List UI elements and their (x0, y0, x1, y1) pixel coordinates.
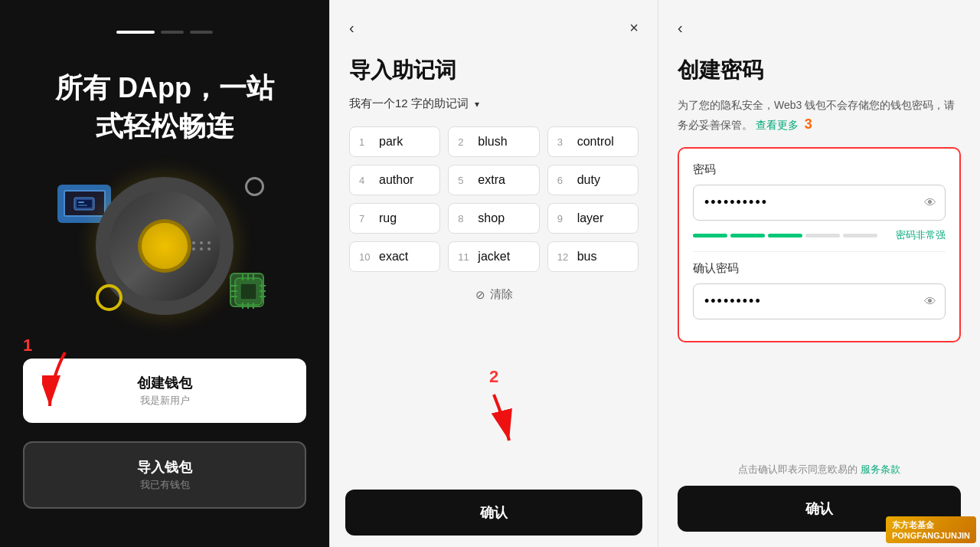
seg-2 (730, 234, 765, 237)
mnemonic-grid: 1 park 2 blush 3 control 4 author 5 extr… (349, 126, 639, 272)
close-icon[interactable]: × (626, 15, 642, 41)
terms-text: 点击确认即表示同意欧易的 服务条款 (678, 463, 961, 477)
small-circle (245, 177, 264, 196)
mnemonic-num: 8 (458, 213, 472, 224)
confirm-password-input[interactable] (693, 283, 946, 319)
dot-3 (190, 31, 213, 34)
import-wallet-sub: 我已有钱包 (40, 478, 289, 492)
back-icon[interactable]: ‹ (345, 15, 358, 41)
annotation-2: 2 (471, 367, 517, 387)
password-input[interactable] (693, 185, 946, 221)
strength-bar: 密码非常强 (693, 228, 946, 242)
dropdown-chevron-icon: ▾ (475, 99, 479, 110)
mnemonic-num: 10 (359, 251, 373, 263)
device-illustration: ₿ (50, 169, 279, 323)
terms-link[interactable]: 服务条款 (861, 463, 900, 475)
mnemonic-num: 5 (458, 175, 472, 186)
mnemonic-cell: 4 author (349, 165, 440, 195)
mnemonic-word: blush (478, 135, 507, 149)
seg-1 (693, 234, 727, 237)
mnemonic-cell: 7 rug (349, 203, 440, 234)
svg-rect-2 (78, 201, 84, 203)
mnemonic-num: 4 (359, 175, 373, 186)
mnemonic-cell: 11 jacket (448, 241, 539, 272)
dots-grid (192, 241, 212, 251)
mnemonic-word: control (577, 135, 614, 149)
terms-prefix: 点击确认即表示同意欧易的 (738, 463, 858, 475)
mnemonic-word: author (379, 173, 413, 187)
confirm-eye-icon[interactable]: 👁 (924, 295, 936, 309)
password-label: 密码 (693, 162, 946, 177)
panel-right-content: 创建密码 为了您的隐私安全，Web3 钱包不会存储您的钱包密码，请务必妥善保管。… (658, 48, 980, 455)
svg-rect-3 (78, 205, 87, 206)
clear-label: 清除 (490, 287, 513, 302)
seg-3 (768, 234, 802, 237)
panel-left-title: 所有 DApp，一站式轻松畅连 (55, 69, 274, 146)
annotation-3: 3 (805, 116, 812, 132)
annotation-2-area: 2 (471, 367, 517, 447)
strength-segments (693, 234, 877, 237)
mnemonic-cell: 3 control (547, 126, 639, 157)
mnemonic-cell: 12 bus (547, 241, 639, 272)
clear-button[interactable]: ⊘ 清除 (349, 287, 639, 302)
small-ring (96, 284, 122, 311)
password-form: 密码 👁 密码非常强 确认密码 👁 (678, 147, 961, 342)
mnemonic-word: layer (577, 211, 604, 225)
confirm-password-input-wrap: 👁 (693, 283, 946, 319)
strength-text: 密码非常强 (896, 228, 946, 242)
mnemonic-cell: 2 blush (448, 126, 539, 157)
mnemonic-num: 11 (458, 251, 472, 263)
mnemonic-cell: 9 layer (547, 203, 639, 234)
confirm-button[interactable]: 确认 (345, 490, 642, 536)
mnemonic-cell: 8 shop (448, 203, 539, 234)
panel-middle-title: 导入助记词 (349, 56, 639, 85)
laptop-screen (64, 190, 106, 217)
mnemonic-cell: 5 extra (448, 165, 539, 195)
mnemonic-num: 6 (557, 175, 571, 186)
panel-right-header: ‹ (658, 0, 980, 48)
mnemonic-selector[interactable]: 我有一个12 字的助记词 ▾ (349, 97, 639, 111)
watermark: 东方老基金PONGFANGJUNJIN (886, 516, 976, 543)
dot-2 (161, 31, 184, 34)
desc-text: 为了您的隐私安全，Web3 钱包不会存储您的钱包密码，请务必妥善保管。 (678, 99, 955, 131)
bitcoin-symbol: ₿ (159, 233, 170, 258)
seg-5 (843, 234, 877, 237)
mnemonic-selector-text: 我有一个12 字的助记词 (349, 97, 469, 111)
svg-rect-5 (240, 283, 256, 300)
mnemonic-num: 3 (557, 136, 571, 148)
mnemonic-cell: 1 park (349, 126, 440, 157)
mnemonic-word: jacket (478, 250, 510, 264)
panel-right-back-icon[interactable]: ‹ (674, 15, 687, 41)
chip-icon (230, 273, 264, 307)
eye-icon[interactable]: 👁 (924, 196, 936, 210)
panel-right-title: 创建密码 (678, 56, 961, 85)
mnemonic-num: 7 (359, 213, 373, 224)
mnemonic-word: exact (379, 250, 408, 264)
mnemonic-cell: 10 exact (349, 241, 440, 272)
panel-middle: ‹ × 导入助记词 我有一个12 字的助记词 ▾ 1 park 2 blush … (329, 0, 658, 547)
panel-right-desc: 为了您的隐私安全，Web3 钱包不会存储您的钱包密码，请务必妥善保管。 查看更多… (678, 97, 961, 136)
mnemonic-cell: 6 duty (547, 165, 639, 195)
arrow-1 (42, 349, 88, 413)
mnemonic-num: 9 (557, 213, 571, 224)
bitcoin-circle: ₿ (138, 219, 191, 273)
dot-1 (116, 31, 155, 34)
panel-middle-header: ‹ × (330, 0, 658, 48)
mnemonic-word: extra (478, 173, 505, 187)
mnemonic-word: duty (577, 173, 600, 187)
mnemonic-word: shop (478, 211, 505, 225)
password-input-wrap: 👁 (693, 185, 946, 221)
svg-rect-1 (77, 200, 92, 208)
clear-icon: ⊘ (475, 288, 485, 302)
mnemonic-word: rug (379, 211, 397, 225)
confirm-password-label: 确认密码 (693, 261, 946, 276)
import-wallet-button[interactable]: 导入钱包 我已有钱包 (23, 441, 306, 509)
mnemonic-word: park (379, 135, 403, 149)
seg-4 (805, 234, 840, 237)
mnemonic-word: bus (577, 250, 597, 264)
form-divider (693, 251, 946, 252)
panel-left: 所有 DApp，一站式轻松畅连 ₿ (0, 0, 329, 547)
panel-right: ‹ 创建密码 为了您的隐私安全，Web3 钱包不会存储您的钱包密码，请务必妥善保… (658, 0, 980, 547)
mnemonic-num: 2 (458, 136, 472, 148)
view-more-link[interactable]: 查看更多 (756, 119, 799, 131)
